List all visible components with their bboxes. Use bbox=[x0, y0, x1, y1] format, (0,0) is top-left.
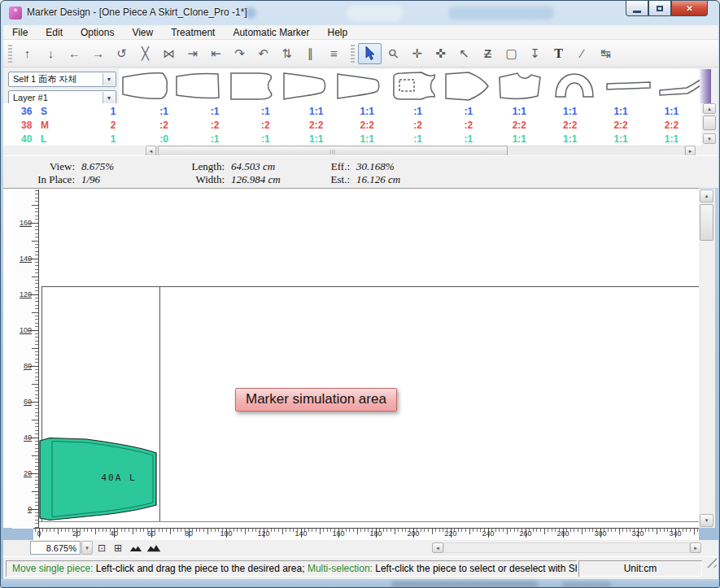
size-row-40[interactable]: 40 L 1 :0 :1 :1 1:1 1:1 :1 :1 1:1 1:1 1:… bbox=[3, 132, 699, 146]
piece-thumbnail-6[interactable] bbox=[387, 69, 441, 103]
qty-cell[interactable]: :2 bbox=[240, 120, 290, 131]
preview-small-button[interactable] bbox=[129, 541, 143, 555]
rotate-step-ccw-button[interactable]: ↶ bbox=[251, 43, 275, 64]
scrollbar-thumb[interactable] bbox=[703, 115, 716, 130]
qty-cell[interactable]: 1:1 bbox=[342, 133, 392, 145]
select-tool-button[interactable] bbox=[358, 43, 382, 64]
menu-help[interactable]: Help bbox=[318, 25, 356, 39]
qty-cell[interactable]: 1:1 bbox=[545, 106, 596, 117]
move-down-button[interactable]: ↓ bbox=[39, 43, 63, 64]
preview-large-button[interactable] bbox=[146, 541, 161, 555]
scrollbar-thumb[interactable] bbox=[700, 204, 713, 241]
menu-automatic-marker[interactable]: Automatic Marker bbox=[224, 25, 318, 39]
qty-cell[interactable]: 1:1 bbox=[646, 106, 696, 117]
scroll-down-arrow[interactable]: ▾ bbox=[700, 514, 713, 527]
text-tool-button[interactable]: T bbox=[547, 43, 570, 64]
flip-horizontal-button[interactable]: ⋈ bbox=[157, 43, 181, 64]
titlebar[interactable]: * Marker Design - [One Piece A Skirt_Clo… bbox=[1, 1, 720, 25]
piece-thumbnail-2[interactable] bbox=[172, 69, 226, 103]
align-pieces-button[interactable]: ∥ bbox=[299, 43, 322, 64]
qty-cell[interactable]: :1 bbox=[190, 106, 240, 117]
move-right-button[interactable]: → bbox=[86, 43, 110, 64]
piece-thumbnail-3[interactable] bbox=[226, 69, 280, 103]
scroll-up-arrow[interactable]: ▴ bbox=[700, 189, 713, 203]
size-row-36[interactable]: 36 S 1 :1 :1 :1 1:1 1:1 :1 :1 1:1 1:1 1:… bbox=[3, 104, 699, 118]
rotate-180-button[interactable]: ↺ bbox=[110, 43, 133, 64]
qty-cell[interactable]: :2 bbox=[392, 120, 443, 131]
qty-cell[interactable]: :2 bbox=[190, 120, 240, 131]
rotate-piece-button[interactable]: Z bbox=[476, 43, 500, 64]
restore-button[interactable] bbox=[648, 1, 671, 16]
qty-cell[interactable]: :2 bbox=[138, 120, 189, 131]
scroll-right-arrow[interactable]: ▸ bbox=[690, 542, 701, 553]
qty-cell[interactable]: 1 bbox=[88, 133, 138, 145]
piece-thumbnail-7[interactable] bbox=[441, 69, 495, 103]
toolbar-grip[interactable] bbox=[351, 45, 355, 63]
qty-cell[interactable]: 1 bbox=[88, 106, 138, 117]
marquee-tool-button[interactable]: ▢ bbox=[500, 43, 523, 64]
minimize-button[interactable] bbox=[626, 1, 648, 16]
toolbar-grip[interactable] bbox=[8, 45, 12, 63]
qty-cell[interactable]: :2 bbox=[443, 120, 494, 131]
scroll-down-arrow[interactable]: ▾ bbox=[703, 133, 716, 144]
zoom-tool-button[interactable]: ⚲ bbox=[382, 43, 405, 64]
qty-cell[interactable]: 1:1 bbox=[545, 133, 596, 145]
piece-thumbnail-4[interactable] bbox=[280, 69, 334, 103]
zoom-dropdown-button[interactable]: ▾ bbox=[81, 541, 93, 555]
drop-align-button[interactable]: ↧ bbox=[523, 43, 547, 64]
rotate-step-cw-button[interactable]: ↷ bbox=[228, 43, 251, 64]
qty-cell[interactable]: 1:1 bbox=[596, 106, 646, 117]
qty-cell[interactable]: :0 bbox=[138, 133, 189, 145]
close-button[interactable]: ✕ bbox=[671, 1, 708, 16]
qty-cell[interactable]: 2:2 bbox=[545, 120, 596, 131]
options-lines-button[interactable]: ≡ bbox=[322, 43, 346, 64]
qty-cell[interactable]: :1 bbox=[138, 106, 189, 117]
menu-treatment[interactable]: Treatment bbox=[162, 25, 224, 39]
qty-cell[interactable]: 1:1 bbox=[646, 133, 696, 145]
pick-cursor-button[interactable]: ↖ bbox=[452, 43, 476, 64]
fit-marker-button[interactable]: ⊡ bbox=[94, 541, 109, 555]
qty-cell[interactable]: 2:2 bbox=[596, 120, 646, 131]
qty-cell[interactable]: 1:1 bbox=[596, 133, 646, 145]
piece-thumbnail-9[interactable] bbox=[548, 69, 602, 103]
qty-cell[interactable]: 1:1 bbox=[494, 133, 544, 145]
flip-vertical-button[interactable]: ╳ bbox=[133, 43, 157, 64]
qty-cell[interactable]: :1 bbox=[443, 133, 494, 145]
measure-tool-button[interactable]: ∕ bbox=[570, 43, 594, 64]
qty-cell[interactable]: 1:1 bbox=[494, 106, 544, 117]
overlap-vertical-button[interactable]: ⇅ bbox=[275, 43, 299, 64]
menu-edit[interactable]: Edit bbox=[37, 25, 72, 39]
canvas-horizontal-scrollbar[interactable] bbox=[443, 542, 690, 553]
fabric-selector[interactable]: Self 1 面布 자체 ▾ bbox=[8, 72, 116, 87]
piece-thumbnail-8[interactable] bbox=[495, 69, 548, 103]
width-measure-button[interactable]: ↹ bbox=[594, 43, 617, 64]
piece-thumbnail-10[interactable] bbox=[602, 69, 656, 103]
qty-cell[interactable]: :1 bbox=[240, 133, 290, 145]
scroll-up-arrow[interactable]: ▴ bbox=[703, 103, 716, 114]
qty-cell[interactable]: 1:1 bbox=[342, 106, 392, 117]
zoom-level-input[interactable]: 8.675% bbox=[30, 541, 81, 555]
qty-cell[interactable]: :1 bbox=[190, 133, 240, 145]
qty-cell[interactable]: 2:2 bbox=[494, 120, 544, 131]
size-row-38[interactable]: 38 M 2 :2 :2 :2 2:2 2:2 :2 :2 2:2 2:2 2:… bbox=[3, 118, 699, 132]
table-vertical-scrollbar[interactable]: ▴ ▾ bbox=[703, 103, 716, 144]
menu-options[interactable]: Options bbox=[72, 25, 123, 39]
canvas-vertical-scrollbar[interactable]: ▴ ▾ bbox=[699, 189, 715, 528]
qty-cell[interactable]: 2:2 bbox=[342, 120, 392, 131]
piece-thumbnail-11[interactable] bbox=[656, 69, 700, 103]
piece-thumbnail-1[interactable] bbox=[119, 69, 172, 103]
qty-cell[interactable]: 1:1 bbox=[291, 133, 342, 145]
slide-left-button[interactable]: ⇤ bbox=[204, 43, 228, 64]
scroll-left-arrow[interactable]: ◂ bbox=[432, 542, 443, 553]
menu-view[interactable]: View bbox=[123, 25, 162, 39]
move-left-button[interactable]: ← bbox=[63, 43, 86, 64]
qty-cell[interactable]: 1:1 bbox=[291, 106, 342, 117]
compress-pieces-button[interactable]: ✜ bbox=[429, 43, 452, 64]
qty-cell[interactable]: 2:2 bbox=[291, 120, 342, 131]
qty-cell[interactable]: :1 bbox=[443, 106, 494, 117]
menu-file[interactable]: File bbox=[3, 25, 37, 39]
fit-window-button[interactable]: ⊞ bbox=[111, 541, 125, 555]
slide-right-button[interactable]: ⇥ bbox=[181, 43, 204, 64]
qty-cell[interactable]: 2 bbox=[88, 120, 138, 131]
qty-cell[interactable]: :1 bbox=[392, 133, 443, 145]
